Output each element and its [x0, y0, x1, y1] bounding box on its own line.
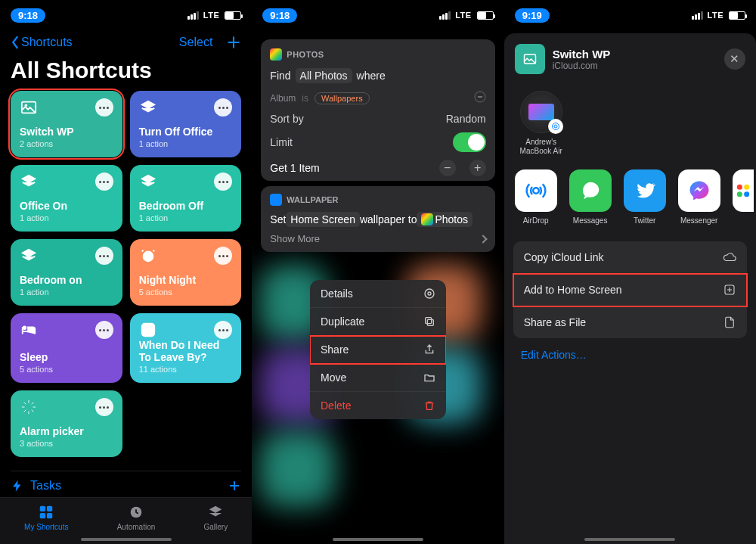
status-icons: LTE	[692, 11, 745, 20]
card-sub: 1 action	[20, 288, 113, 297]
svg-point-19	[744, 185, 749, 190]
more-icon[interactable]	[95, 173, 113, 191]
app-messages[interactable]: Messages	[569, 169, 612, 225]
opt-share-file[interactable]: Share as File	[513, 306, 747, 338]
layers-icon	[20, 247, 38, 265]
card-title: Sleep	[20, 351, 113, 363]
select-button[interactable]: Select	[179, 36, 212, 49]
more-icon[interactable]	[214, 321, 232, 339]
panel-app-label: PHOTOS	[287, 50, 324, 59]
more-icon[interactable]	[214, 98, 232, 117]
card-sub: 2 actions	[20, 139, 113, 148]
card-bedroom-on[interactable]: Bedroom on1 action	[11, 239, 122, 306]
all-photos-chip[interactable]: All Photos	[296, 68, 352, 83]
share-icon	[423, 343, 435, 356]
plus-icon[interactable]: +	[469, 160, 486, 176]
opt-copy-link[interactable]: Copy iCloud Link	[513, 241, 747, 274]
menu-share[interactable]: Share	[310, 336, 446, 364]
limit-label: Limit	[270, 136, 293, 148]
app-label: Messages	[573, 216, 608, 225]
plus-square-icon	[723, 283, 736, 297]
app-more[interactable]	[733, 169, 754, 225]
card-bedroom-off[interactable]: Bedroom Off1 action	[130, 165, 242, 232]
menu-duplicate[interactable]: Duplicate	[310, 308, 446, 336]
shortcut-icon	[515, 44, 545, 74]
more-icon[interactable]	[214, 173, 232, 191]
menu-label: Share	[321, 343, 349, 356]
photos-action-panel: PHOTOS FindAll Photoswhere AlbumisWallpa…	[261, 39, 494, 181]
tab-gallery[interactable]: Gallery	[204, 504, 228, 531]
photos-var-chip[interactable]: Photos	[417, 212, 472, 227]
layers-icon	[20, 173, 38, 191]
tab-my-shortcuts[interactable]: My Shortcuts	[24, 504, 68, 531]
panel-app-label: WALLPAPER	[287, 195, 338, 204]
svg-point-11	[425, 289, 434, 298]
card-sub: 1 action	[139, 139, 233, 148]
menu-move[interactable]: Move	[310, 364, 446, 392]
limit-toggle[interactable]	[453, 132, 486, 152]
chevron-right-icon	[479, 235, 487, 243]
app-messenger[interactable]: Messenger	[678, 169, 720, 225]
sheet-sub: iCloud.com	[553, 61, 717, 71]
show-more-button[interactable]: Show More	[270, 233, 485, 244]
alarm-icon	[139, 247, 157, 265]
card-switch-wp[interactable]: Switch WP2 actions	[11, 91, 122, 157]
card-title: Bedroom on	[20, 274, 113, 286]
card-turn-off-office[interactable]: Turn Off Office1 action	[130, 91, 242, 157]
stepper[interactable]: −+	[439, 160, 486, 176]
gallery-icon	[207, 504, 224, 521]
card-office-on[interactable]: Office On1 action	[11, 165, 122, 232]
wallpapers-pill[interactable]: Wallpapers	[314, 92, 370, 104]
app-airdrop[interactable]: AirDrop	[515, 169, 557, 225]
svg-rect-12	[427, 319, 433, 325]
messenger-icon	[688, 179, 711, 202]
more-icon[interactable]	[214, 247, 232, 265]
card-title: Bedroom Off	[139, 200, 233, 212]
svg-rect-4	[40, 505, 45, 511]
home-screen-chip[interactable]: Home Screen	[286, 212, 360, 227]
card-when-leave[interactable]: When Do I Need To Leave By?11 actions	[130, 313, 242, 383]
menu-details[interactable]: Details	[310, 280, 446, 308]
app-twitter[interactable]: Twitter	[624, 169, 666, 225]
more-icon[interactable]	[95, 98, 113, 117]
opt-label: Add to Home Screen	[524, 284, 622, 296]
card-sub: 3 actions	[20, 439, 113, 448]
signal-icon	[692, 11, 703, 20]
edit-actions-button[interactable]: Edit Actions…	[504, 338, 756, 371]
card-night-night[interactable]: Night Night5 actions	[130, 239, 242, 306]
card-sleep[interactable]: Sleep5 actions	[11, 313, 122, 383]
is-label: is	[302, 93, 308, 104]
random-value[interactable]: Random	[446, 113, 486, 125]
card-alarm-picker[interactable]: Alarm picker3 actions	[11, 390, 122, 457]
more-icon[interactable]	[95, 398, 113, 416]
set-label: Set	[270, 213, 286, 225]
tab-label: Automation	[117, 523, 156, 531]
clock-icon	[139, 321, 157, 339]
app-label: Messenger	[680, 216, 717, 225]
tab-automation[interactable]: Automation	[117, 504, 156, 531]
shortcuts-grid: Switch WP2 actions Turn Off Office1 acti…	[0, 91, 252, 457]
home-indicator[interactable]	[584, 538, 675, 541]
svg-point-10	[428, 292, 431, 295]
share-sheet: Switch WPiCloud.com ✕ Andrew's MacBook A…	[504, 33, 756, 544]
target-macbook[interactable]: Andrew's MacBook Air	[515, 91, 568, 156]
messages-icon	[579, 179, 602, 202]
back-button[interactable]: Shortcuts	[11, 36, 73, 49]
plus-icon[interactable]	[228, 479, 241, 493]
minus-icon[interactable]: −	[439, 160, 456, 176]
section-tasks[interactable]: Tasks	[11, 471, 241, 493]
wallpaper-app-icon	[270, 194, 282, 206]
home-indicator[interactable]	[81, 538, 172, 541]
menu-delete[interactable]: Delete	[310, 392, 446, 419]
plus-icon[interactable]	[226, 35, 241, 50]
menu-label: Move	[321, 371, 346, 384]
home-indicator[interactable]	[333, 538, 423, 541]
opt-add-home-screen[interactable]: Add to Home Screen	[513, 274, 747, 306]
svg-point-20	[736, 191, 742, 197]
remove-filter-icon[interactable]	[474, 91, 486, 105]
target-label: Andrew's MacBook Air	[515, 138, 568, 156]
more-icon[interactable]	[95, 321, 113, 339]
close-icon[interactable]: ✕	[724, 48, 745, 70]
signal-icon	[187, 11, 199, 20]
more-icon[interactable]	[95, 247, 113, 265]
